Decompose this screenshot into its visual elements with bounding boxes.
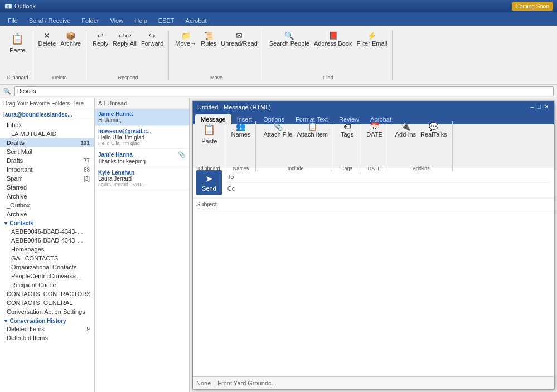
minimize-icon[interactable]: –	[530, 103, 534, 110]
paste-icon: 📋	[9, 31, 25, 47]
filter-unread[interactable]: Unread	[107, 100, 127, 107]
sidebar-item-guid2[interactable]: AEBE0046-B3AD-4343-B315-...	[0, 236, 94, 245]
move-button[interactable]: 📁 Move→	[173, 30, 198, 48]
bottom-label-none: None	[196, 380, 211, 386]
names-icon: 👥	[236, 122, 245, 131]
cc-label: Cc	[227, 185, 255, 192]
respond-label: Respond	[91, 75, 165, 80]
realtalks-btn[interactable]: 💬 RealTalks	[419, 121, 449, 139]
tab-eset[interactable]: ESET	[153, 16, 180, 26]
title-bar-text: Outlook	[14, 3, 36, 9]
sidebar-item-archive[interactable]: Archive	[0, 192, 94, 201]
sidebar-section-conversation-history[interactable]: Conversation History	[0, 316, 94, 325]
sidebar-item-outbox[interactable]: _Outbox	[0, 201, 94, 210]
sidebar-section-contacts[interactable]: Contacts	[0, 219, 94, 227]
compose-body[interactable]	[193, 210, 554, 376]
sidebar-item-drafts[interactable]: Drafts 131	[0, 138, 94, 147]
forward-button[interactable]: ↪ Forward	[139, 30, 165, 48]
sidebar-item-contacts-general[interactable]: CONTACTS_GENERAL	[0, 298, 94, 307]
sidebar-drag-hint: Drag Your Favorite Folders Here	[0, 98, 94, 109]
filter-email-button[interactable]: ⚡ Filter Email	[355, 30, 389, 48]
tags-btn[interactable]: 🏷 Tags	[339, 121, 355, 139]
compose-title: Untitled - Message (HTML)	[197, 104, 271, 110]
email-item-1[interactable]: howesuv@gmail.c... Hello Ulla, I'm glad …	[95, 126, 189, 149]
email-item-3[interactable]: Kyle Lenehan Laura Jerrard Laura Jerrard…	[95, 167, 189, 190]
sidebar-item-starred[interactable]: Starred	[0, 183, 94, 192]
attach-file-btn[interactable]: 📎 Attach File	[261, 121, 294, 139]
sidebar-item-contacts-contractors[interactable]: CONTACTS_CONTRACTORS	[0, 289, 94, 298]
sidebar-item-important[interactable]: Important 88	[0, 165, 94, 174]
sidebar-item-spam[interactable]: Spam [3]	[0, 174, 94, 183]
sidebar-account[interactable]: laura@boundlesslandsc...	[0, 109, 94, 120]
ribbon-btn-addon[interactable]: 🔌 Add-ins	[394, 121, 418, 139]
move-icon: 📁	[181, 31, 191, 40]
compose-status-bar: None Front Yard Groundc...	[193, 376, 554, 389]
send-button[interactable]: ➤ Send	[196, 170, 222, 195]
archive-button[interactable]: 📦 Archive	[59, 30, 83, 48]
ribbon-group-respond: ↩ Reply ↩↩ Reply All ↪ Forward Respond	[88, 30, 169, 80]
compose-titlebar: Untitled - Message (HTML) – □ ✕	[193, 101, 554, 112]
forward-icon: ↪	[149, 31, 156, 40]
tab-acrobat[interactable]: Acrobat	[180, 16, 212, 26]
sidebar-item-people-centric[interactable]: PeopleCentricConversation B...	[0, 272, 94, 280]
search-input[interactable]	[14, 86, 554, 96]
clipboard-buttons: 📋 Paste	[7, 30, 27, 55]
names-btn[interactable]: 👥 Names	[230, 121, 253, 139]
tab-folder[interactable]: Folder	[76, 16, 104, 26]
reply-all-button[interactable]: ↩↩ Reply All	[111, 30, 138, 48]
address-book-icon: 📕	[328, 31, 338, 40]
compose-header: ➤ Send To Cc	[193, 168, 554, 210]
sidebar-item-archive2[interactable]: Archive	[0, 210, 94, 219]
close-compose-icon[interactable]: ✕	[544, 103, 549, 110]
email-item-0[interactable]: Jamie Hanna Hi Jamie,	[95, 109, 189, 126]
bottom-label-front-yard: Front Yard Groundc...	[217, 380, 276, 386]
sidebar-item-guid1[interactable]: AEBE0046-B3AD-4343-B315-...	[0, 227, 94, 236]
title-bar-left: 📧 Outlook	[4, 3, 36, 10]
title-bar: 📧 Outlook Coming Soon	[0, 0, 557, 12]
reply-button[interactable]: ↩ Reply	[91, 30, 110, 48]
sidebar-item-inbox[interactable]: Inbox	[0, 120, 94, 129]
search-people-icon: 🔍	[284, 31, 294, 40]
send-btn-area: ➤ Send	[196, 169, 226, 196]
sidebar-item-gal-contacts[interactable]: GAL CONTACTS	[0, 254, 94, 263]
sidebar-item-homepages[interactable]: Homepages	[0, 245, 94, 254]
to-input[interactable]	[255, 172, 549, 181]
rules-button[interactable]: 📜 Rules	[199, 30, 218, 48]
search-people-button[interactable]: 🔍 Search People	[268, 30, 311, 48]
email-item-2[interactable]: Jamie Hanna 📎 Thanks for keeping	[95, 149, 189, 167]
tags-icon: 🏷	[343, 122, 351, 131]
paste-button[interactable]: 📋 Paste	[7, 30, 27, 55]
compose-paste-btn[interactable]: 📋 Paste	[199, 121, 219, 146]
date-icon: 📅	[370, 122, 379, 131]
reply-icon: ↩	[97, 31, 104, 40]
attach-item-btn[interactable]: 📋 Attach Item	[295, 121, 330, 139]
clipboard-label: Clipboard	[7, 75, 28, 80]
sidebar-item-recipient-cache[interactable]: Recipient Cache	[0, 280, 94, 289]
sidebar-item-org-contacts[interactable]: Organizational Contacts	[0, 263, 94, 272]
sidebar-item-conversation-action[interactable]: Conversation Action Settings	[0, 307, 94, 316]
unread-button[interactable]: ✉ Unread/Read	[219, 30, 259, 48]
subject-input[interactable]	[224, 200, 550, 209]
cc-input[interactable]	[255, 184, 549, 193]
maximize-icon[interactable]: □	[537, 103, 541, 110]
realtalks-icon: 💬	[429, 122, 438, 131]
find-buttons: 🔍 Search People 📕 Address Book ⚡ Filter …	[268, 30, 389, 48]
sidebar-item-sent-mail[interactable]: Sent Mail	[0, 147, 94, 156]
compose-date-group: 📅 DATE DATE	[361, 121, 388, 171]
tab-view[interactable]: View	[105, 16, 129, 26]
date-btn[interactable]: 📅 DATE	[365, 121, 384, 139]
tab-help[interactable]: Help	[129, 16, 153, 26]
app-icon: 📧	[4, 3, 12, 10]
delete-label: Delete	[37, 75, 83, 80]
sidebar-item-drafts2[interactable]: Drafts 77	[0, 156, 94, 165]
sidebar-item-la-mutual-aid[interactable]: LA MUTUAL AID	[0, 129, 94, 138]
filter-all[interactable]: All	[98, 100, 105, 107]
tab-file[interactable]: File	[2, 16, 23, 26]
delete-button[interactable]: ✕ Delete	[37, 30, 58, 48]
sidebar-item-detected-items[interactable]: Detected Items	[0, 333, 94, 342]
address-book-button[interactable]: 📕 Address Book	[312, 30, 353, 48]
reply-all-icon: ↩↩	[118, 31, 132, 40]
move-label: Move	[173, 75, 259, 80]
sidebar-item-deleted-items[interactable]: Deleted Items 9	[0, 325, 94, 333]
tab-send-receive[interactable]: Send / Receive	[23, 16, 76, 26]
